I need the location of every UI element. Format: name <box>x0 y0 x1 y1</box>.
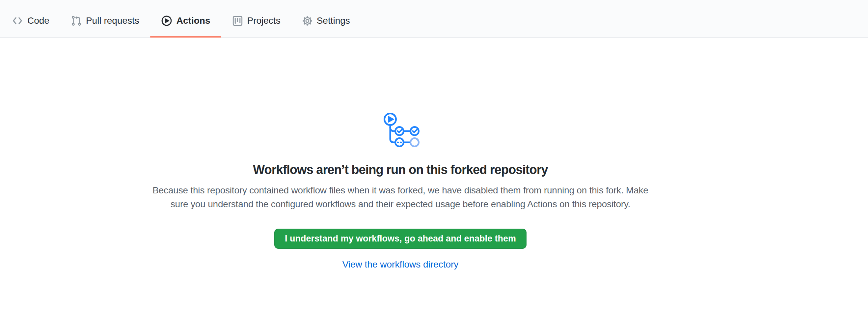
tab-projects-label: Projects <box>247 15 281 26</box>
tab-settings-label: Settings <box>317 15 350 26</box>
tab-code[interactable]: Code <box>1 5 60 37</box>
gear-icon <box>302 16 312 26</box>
tab-pull-requests[interactable]: Pull requests <box>60 5 150 37</box>
workflow-graph-icon <box>381 110 421 148</box>
actions-disabled-empty-state: Workflows aren’t being run on this forke… <box>0 37 801 270</box>
repo-tab-nav: Code Pull requests Actions <box>0 0 868 37</box>
empty-state-description: Because this repository contained workfl… <box>152 184 648 211</box>
tab-actions[interactable]: Actions <box>150 5 221 37</box>
git-pull-request-icon <box>71 15 82 26</box>
code-icon <box>12 15 23 26</box>
view-workflows-directory-link[interactable]: View the workflows directory <box>342 259 459 270</box>
description-line-1: Because this repository contained workfl… <box>152 184 648 197</box>
tab-code-label: Code <box>27 15 50 26</box>
empty-state-title: Workflows aren’t being run on this forke… <box>253 162 548 177</box>
tab-projects[interactable]: Projects <box>221 5 291 37</box>
project-icon <box>232 15 243 26</box>
play-icon <box>161 15 172 26</box>
tab-settings[interactable]: Settings <box>291 5 361 37</box>
tab-pull-requests-label: Pull requests <box>86 15 139 26</box>
enable-workflows-button[interactable]: I understand my workflows, go ahead and … <box>274 229 527 249</box>
tab-actions-label: Actions <box>177 15 210 26</box>
description-line-2: sure you understand the configured workf… <box>152 197 648 211</box>
